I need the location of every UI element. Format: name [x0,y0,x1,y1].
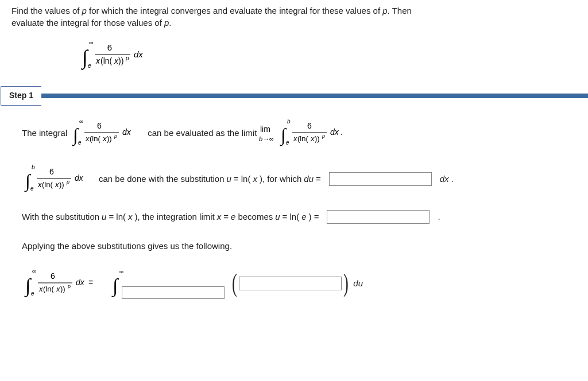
svg-text:e: e [88,62,91,69]
rhs-integral-sign: ∫ ∞ [110,268,127,299]
r3-e: ), the integration limit [135,211,215,223]
r2-c: = ln( [234,173,251,185]
step-line [41,94,588,98]
svg-text:∞: ∞ [119,269,123,275]
svg-text:x: x [310,134,315,143]
row-4: Applying the above substitutions gives u… [22,240,572,252]
r2-du: du [304,173,314,185]
limit-integral-svg: lim b →∞ ∫ b e 6 x (ln( x )) p dx . [259,118,368,148]
r3-u: u [102,211,106,223]
svg-text:6: 6 [97,121,102,130]
svg-text:→∞: →∞ [263,135,274,142]
r4-text: Applying the above substitutions gives u… [22,240,232,252]
problem-statement: Find the values of p for which the integ… [11,5,577,29]
rhs-integral-sign-svg: ∫ ∞ [110,268,127,299]
svg-text:p: p [125,55,129,61]
integral-b-svg: ∫ b e 6 x (ln( x )) p dx [22,164,96,194]
svg-text:6: 6 [49,167,54,176]
r2-e: ), for which [260,173,301,185]
r2-dx: dx [440,173,449,185]
integral-main-svg: ∫ ∞ e 6 x (ln( x )) p dx [78,39,152,71]
svg-text:b: b [287,118,291,125]
svg-text:p: p [322,133,325,139]
svg-text:(ln(: (ln( [43,285,54,293]
svg-text:)): )) [60,285,65,293]
svg-text:)): )) [59,180,64,189]
svg-text:x: x [85,134,90,143]
svg-text:p: p [114,133,117,139]
svg-text:e: e [30,185,34,192]
du-input[interactable] [329,172,432,186]
svg-text:x: x [37,180,42,189]
svg-text:x: x [95,56,100,65]
row-3: With the substitution u = ln(x), the int… [22,210,572,224]
rhs-integral-wrap: ∫ ∞ ( ) du [110,268,363,299]
svg-text:e: e [78,139,82,146]
problem-text-1: Find the values of [11,6,82,15]
r3-c: = ln( [109,211,126,223]
r3-k: = ln( [283,211,300,223]
svg-text:∫: ∫ [111,275,119,298]
svg-text:dx: dx [75,173,84,182]
lne-input[interactable] [327,210,430,224]
du-text: du [353,277,363,289]
problem-text-1c: . Then [388,6,412,15]
svg-text:b: b [259,135,262,142]
svg-text:e: e [286,139,289,146]
step-label: Step 1 [1,86,41,106]
lower-limit-input[interactable] [122,286,225,299]
svg-text:∞: ∞ [89,39,94,46]
svg-text:)): )) [107,134,112,143]
svg-text:x: x [55,180,59,189]
var-p2: p [382,6,387,15]
problem-text-2b: . [169,18,171,28]
svg-text:(ln(: (ln( [100,56,113,65]
svg-text:6: 6 [51,271,55,281]
close-paren-icon: ) [343,273,349,293]
lower-limit-box-wrap [122,286,225,299]
open-paren-icon: ( [232,273,237,293]
r3-x2: x [217,211,222,223]
r3-a: With the substitution [22,211,99,223]
svg-text:x: x [293,134,297,143]
var-p: p [82,6,87,15]
r2-text-a: can be done with the substitution [99,173,224,185]
r3-x: x [128,211,133,223]
r3-e3: e [301,211,306,223]
svg-text:)): )) [315,134,320,143]
svg-text:(ln(: (ln( [90,134,100,143]
r2-period: . [451,173,454,185]
r2-g: = [316,173,321,185]
svg-text:x: x [38,285,43,293]
svg-text:dx: dx [76,278,85,287]
step-content: The integral ∫ ∞ e 6 x (ln( x )) p dx ca… [11,118,577,299]
svg-text:∞: ∞ [79,118,83,125]
r1-text-b: can be evaluated as the limit [148,127,257,139]
svg-text:.: . [341,127,343,137]
row-1: The integral ∫ ∞ e 6 x (ln( x )) p dx ca… [22,118,572,148]
svg-text:x: x [56,285,60,293]
integrand-input[interactable] [239,277,342,290]
svg-text:∞: ∞ [32,268,36,274]
integral-inf-svg: ∫ ∞ e 6 x (ln( x )) p dx [69,118,145,148]
problem-text-2: evaluate the integral for those values o… [11,18,164,28]
lhs-integral-svg: ∫ ∞ e 6 x (ln( x )) p dx = [22,268,108,299]
row-5: ∫ ∞ e 6 x (ln( x )) p dx = ∫ ∞ ( [22,268,572,299]
r3-period: . [438,211,440,223]
row-2: ∫ b e 6 x (ln( x )) p dx can be done wit… [22,164,572,194]
r2-x: x [253,173,257,185]
r3-i: becomes [238,211,273,223]
r1-text-a: The integral [22,127,67,139]
r3-m: ) = [309,211,319,223]
r3-u2: u [275,211,280,223]
svg-text:dx: dx [122,127,131,137]
main-integral: ∫ ∞ e 6 x (ln( x )) p dx [78,39,577,71]
svg-text:6: 6 [107,42,112,52]
svg-text:=: = [88,278,93,287]
svg-text:p: p [67,283,71,289]
svg-text:(ln(: (ln( [297,134,308,143]
r2-u: u [226,173,231,185]
problem-text-1b: for which the integral converges and eva… [87,6,382,15]
step-bar: Step 1 [0,86,588,106]
svg-text:e: e [31,290,34,297]
